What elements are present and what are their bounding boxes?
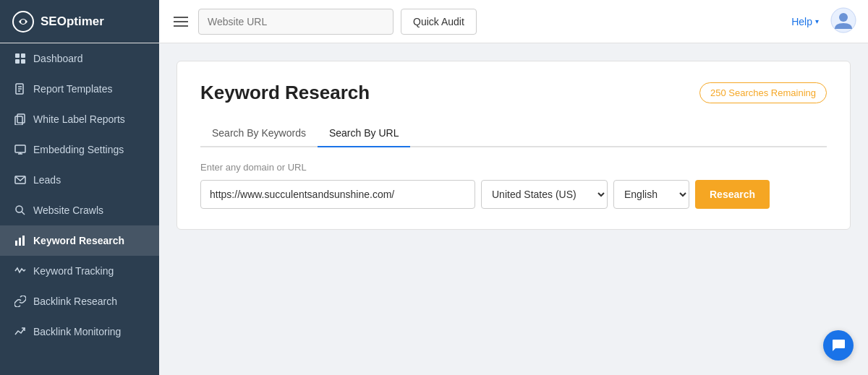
grid-icon [14,53,26,64]
sidebar-item-keyword-research[interactable]: Keyword Research [0,225,159,256]
svg-point-1 [21,20,25,24]
website-url-input[interactable] [198,9,393,35]
chat-bubble-button[interactable] [823,330,854,361]
page-title: Keyword Research [200,82,370,104]
sidebar-label-dashboard: Dashboard [33,53,83,64]
user-avatar-button[interactable] [830,7,856,35]
svg-line-19 [22,212,25,215]
sidebar-label-white-label: White Label Reports [33,113,125,125]
sidebar-item-white-label[interactable]: White Label Reports [0,104,159,134]
svg-rect-14 [15,145,25,152]
sidebar-item-backlink-monitoring[interactable]: Backlink Monitoring [0,316,159,347]
link-icon [14,296,26,307]
sidebar-label-keyword-research: Keyword Research [33,235,124,246]
svg-rect-5 [21,53,25,58]
mail-icon [14,174,26,186]
sidebar-item-keyword-tracking[interactable]: Keyword Tracking [0,256,159,286]
hamburger-line [174,25,188,27]
chat-icon [831,338,846,353]
language-select[interactable]: English Spanish French German [613,180,689,209]
form-label: Enter any domain or URL [200,162,827,173]
help-button[interactable]: Help ▾ [791,16,819,27]
sidebar-item-backlink-research[interactable]: Backlink Research [0,286,159,316]
searches-remaining-badge: 250 Searches Remaining [699,82,827,103]
sidebar-label-keyword-tracking: Keyword Tracking [33,265,114,277]
hamburger-button[interactable] [171,14,191,30]
quick-audit-button[interactable]: Quick Audit [401,9,477,35]
svg-rect-20 [15,241,17,246]
main-content: Keyword Research 250 Searches Remaining … [159,43,868,375]
bar-chart-icon [14,235,26,246]
sidebar-item-embedding[interactable]: Embedding Settings [0,134,159,165]
tab-search-by-keywords[interactable]: Search By Keywords [200,121,318,147]
research-button[interactable]: Research [695,180,770,209]
sidebar-label-backlink-monitoring: Backlink Monitoring [33,326,121,337]
logo-icon [12,10,35,33]
search-form-row: United States (US) United Kingdom (UK) C… [200,180,827,209]
sidebar-item-report-templates[interactable]: Report Templates [0,74,159,104]
svg-point-3 [839,13,848,22]
svg-rect-6 [15,59,20,64]
svg-rect-13 [15,116,22,125]
trending-icon [14,326,26,337]
country-select[interactable]: United States (US) United Kingdom (UK) C… [481,180,608,209]
sidebar-label-website-crawls: Website Crawls [33,204,103,216]
copy-icon [14,113,26,125]
svg-rect-22 [22,236,25,246]
file-icon [14,83,26,95]
hamburger-line [174,17,188,18]
sidebar-label-report-templates: Report Templates [33,83,112,95]
svg-point-18 [16,206,22,212]
domain-url-input[interactable] [200,180,475,209]
search-icon [14,204,26,216]
sidebar-item-website-crawls[interactable]: Website Crawls [0,195,159,225]
chevron-down-icon: ▾ [815,17,819,25]
monitor-icon [14,144,26,155]
svg-rect-21 [19,238,21,246]
user-icon [830,7,856,33]
sidebar-label-embedding: Embedding Settings [33,144,124,155]
content-card: Keyword Research 250 Searches Remaining … [176,61,851,230]
tabs-container: Search By Keywords Search By URL [200,121,827,147]
activity-icon [14,265,26,277]
hamburger-line [174,21,188,22]
tab-search-by-url[interactable]: Search By URL [318,121,410,147]
sidebar: Dashboard Report Templates White Label R… [0,43,159,375]
sidebar-label-leads: Leads [33,174,61,186]
sidebar-item-dashboard[interactable]: Dashboard [0,43,159,74]
svg-rect-4 [15,53,20,58]
logo-text: SEOptimer [41,14,104,29]
help-label: Help [791,16,812,27]
sidebar-label-backlink-research: Backlink Research [33,296,117,307]
sidebar-item-leads[interactable]: Leads [0,165,159,195]
svg-rect-12 [17,114,25,123]
svg-rect-7 [21,59,25,64]
